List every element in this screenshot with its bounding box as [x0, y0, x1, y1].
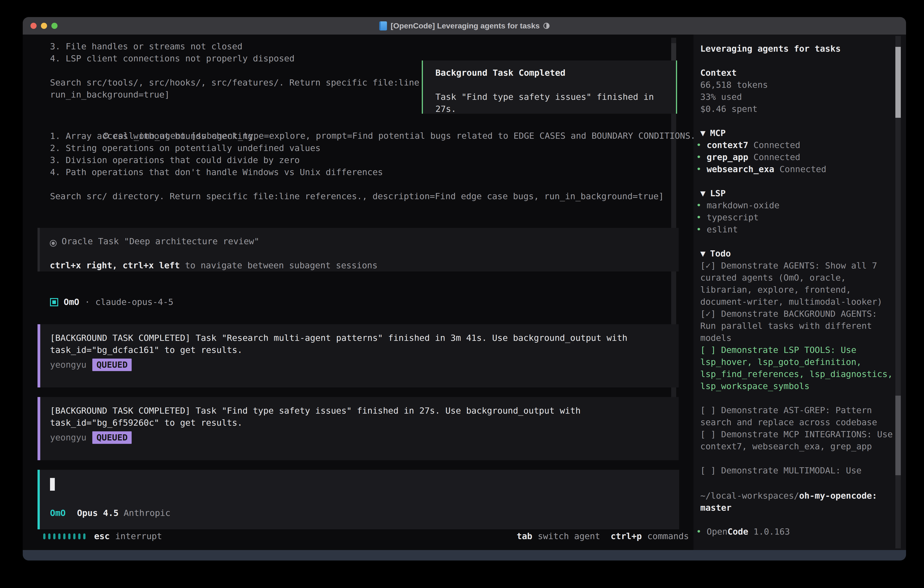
mcp-section-header[interactable]: ▼MCP: [700, 127, 895, 139]
status-dot-icon: •: [696, 139, 707, 151]
app-version-row: • OpenCode 1.0.163: [696, 526, 790, 538]
oracle-task-box[interactable]: Oracle Task "Deep architecture review" c…: [38, 228, 679, 271]
background-task-toast: Background Task Completed Task "Find typ…: [422, 61, 677, 114]
status-dot-icon: •: [696, 163, 707, 175]
lsp-section-header[interactable]: ▼LSP: [700, 187, 895, 200]
close-button[interactable]: [30, 23, 36, 29]
toast-title: Background Task Completed: [436, 67, 566, 79]
lsp-name: eslint: [707, 223, 738, 236]
terminal-window: [OpenCode] Leveraging agents for tasks 3…: [23, 17, 906, 560]
mcp-name: websearch_exa: [707, 163, 774, 175]
todo-item-done: [✓] Demonstrate AGENTS: Show all 7 curat…: [700, 260, 895, 308]
cmd-key-label: commands: [647, 530, 689, 542]
mcp-item: • websearch_exa Connected: [700, 163, 895, 175]
agent-model: claude-opus-4-5: [96, 296, 173, 308]
todo-section-header[interactable]: ▼Todo: [700, 248, 895, 260]
status-badge: QUEUED: [92, 358, 132, 371]
input-agent-label[interactable]: OmO: [50, 507, 66, 519]
tab-key-hint: tab: [517, 530, 533, 542]
todo-item-done: [✓] Demonstrate BACKGROUND AGENTS: Run p…: [700, 308, 895, 344]
zoom-button[interactable]: [51, 23, 58, 29]
context-tokens: 66,518 tokens: [700, 79, 895, 91]
input-model-label[interactable]: Opus 4.5: [77, 507, 119, 519]
status-dot-icon: •: [696, 200, 707, 211]
mcp-status: Connected: [754, 151, 800, 163]
agent-header: OmO · claude-opus-4-5: [50, 296, 173, 308]
message-input[interactable]: OmO Opus 4.5 Anthropic: [38, 470, 679, 529]
activity-spinner: [43, 533, 86, 539]
window-bottom-bar: [23, 550, 906, 560]
oracle-status-icon: [50, 240, 57, 247]
workspace-path: ~/local-workspaces/oh-my-opencode:master: [700, 490, 898, 514]
chat-scrollbar-thumb-top[interactable]: [671, 43, 676, 61]
lsp-name: typescript: [707, 211, 759, 223]
tool-call-details: 1. Array access without bounds checking …: [50, 130, 693, 202]
task-author: yeongyu: [50, 359, 86, 371]
context-spent: $0.46 spent: [700, 103, 895, 115]
mcp-item: • grep_app Connected: [700, 151, 895, 163]
mcp-item: • context7 Connected: [700, 139, 895, 151]
workspace-branch: master: [700, 502, 898, 514]
window-title: [OpenCode] Leveraging agents for tasks: [391, 21, 540, 30]
status-dot-icon: •: [696, 526, 707, 538]
keybinding-text: ctrl+x right, ctrl+x left: [50, 260, 180, 270]
oracle-task-title: Oracle Task "Deep architecture review": [62, 236, 259, 246]
task-message-body: [BACKGROUND TASK COMPLETED] Task "Resear…: [50, 332, 670, 356]
text-cursor: [50, 478, 55, 491]
status-dot-icon: •: [696, 211, 707, 223]
keybinding-description: to navigate between subagent sessions: [180, 260, 378, 270]
tab-key-label: switch agent: [538, 530, 600, 542]
brand-prefix: Open: [707, 526, 728, 538]
workspace-repo: oh-my-opencode:: [799, 491, 877, 501]
esc-key-hint: esc: [94, 530, 110, 542]
mcp-status: Connected: [754, 139, 800, 151]
collapse-triangle-icon: ▼: [700, 128, 706, 138]
cmd-key-hint: ctrl+p: [611, 530, 642, 542]
statusbar: esc interrupt tab switch agent ctrl+p co…: [43, 530, 689, 542]
task-message-body: [BACKGROUND TASK COMPLETED] Task "Find t…: [50, 405, 670, 429]
session-sidebar: Leveraging agents for tasks Context 66,5…: [693, 35, 906, 550]
todo-item-pending: [ ] Demonstrate MCP INTEGRATIONS: Use co…: [700, 428, 895, 453]
agent-name: OmO: [64, 296, 79, 308]
brand-bold: Code: [728, 526, 749, 538]
context-header: Context: [700, 67, 895, 79]
todo-item-pending: [ ] Demonstrate MULTIMODAL: Use: [700, 464, 895, 477]
app-version: 1.0.163: [748, 526, 790, 538]
mcp-name: grep_app: [707, 151, 748, 163]
scrollback-text: 3. File handles or streams not closed 4.…: [50, 40, 419, 101]
session-title: Leveraging agents for tasks: [700, 43, 895, 55]
traffic-lights: [30, 23, 58, 29]
status-dot-icon: •: [696, 223, 707, 236]
chat-area: 3. File handles or streams not closed 4.…: [23, 35, 693, 550]
input-provider-label: Anthropic: [124, 507, 170, 519]
minimize-button[interactable]: [41, 23, 47, 29]
context-used: 33% used: [700, 91, 895, 103]
workspace-dir: ~/local-workspaces/: [700, 491, 799, 501]
separator-dot: ·: [85, 296, 90, 308]
status-dot-icon: •: [696, 151, 707, 163]
lsp-item: • markdown-oxide: [700, 200, 895, 211]
desktop-background: [OpenCode] Leveraging agents for tasks 3…: [0, 0, 924, 588]
lsp-item: • eslint: [700, 223, 895, 236]
sidebar-scrollbar-thumb-lower[interactable]: [895, 396, 901, 475]
window-titlebar[interactable]: [OpenCode] Leveraging agents for tasks: [23, 17, 906, 35]
task-author: yeongyu: [50, 431, 86, 444]
task-message[interactable]: [BACKGROUND TASK COMPLETED] Task "Resear…: [38, 324, 679, 387]
session-activity-icon: [543, 23, 549, 29]
todo-item-active: [ ] Demonstrate LSP TOOLS: Use lsp_hover…: [700, 344, 895, 392]
todo-item-pending: [ ] Demonstrate AST-GREP: Pattern search…: [700, 404, 895, 428]
task-message[interactable]: [BACKGROUND TASK COMPLETED] Task "Find t…: [38, 397, 679, 460]
sidebar-scrollbar-thumb[interactable]: [895, 47, 901, 118]
esc-key-label: interrupt: [115, 530, 162, 542]
collapse-triangle-icon: ▼: [700, 249, 706, 259]
sidebar-scrollbar-track[interactable]: [895, 36, 901, 548]
document-icon: [379, 21, 387, 30]
status-badge: QUEUED: [92, 431, 132, 444]
lsp-item: • typescript: [700, 211, 895, 223]
mcp-status: Connected: [779, 163, 826, 175]
lsp-name: markdown-oxide: [707, 200, 779, 211]
collapse-triangle-icon: ▼: [700, 188, 706, 198]
mcp-name: context7: [707, 139, 748, 151]
agent-icon: [50, 298, 58, 306]
toast-body: Task "Find type safety issues" finished …: [436, 91, 676, 115]
